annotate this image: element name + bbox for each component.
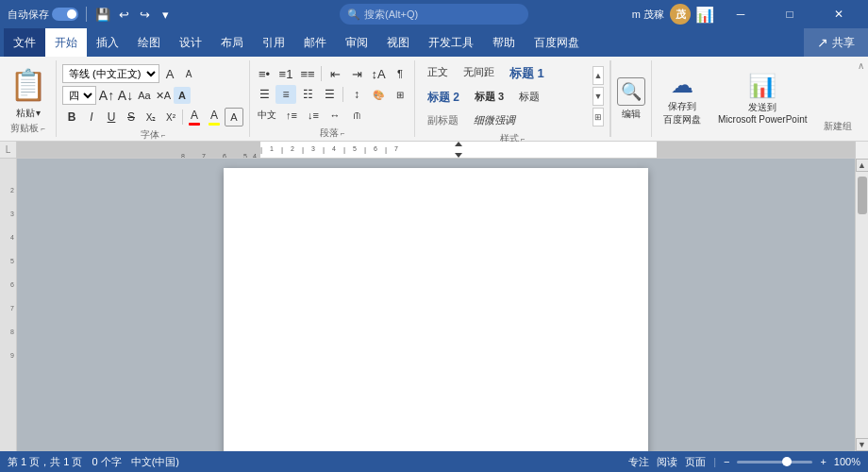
redo-icon[interactable]: ↪ (136, 6, 153, 23)
vertical-scrollbar[interactable]: ▲ ▼ (855, 159, 868, 451)
align-right-btn[interactable]: ☷ (297, 85, 318, 104)
menu-baidu[interactable]: 百度网盘 (525, 28, 589, 57)
save-icon[interactable]: 💾 (94, 6, 111, 23)
autosave-control[interactable]: 自动保存 (8, 8, 78, 22)
undo-icon[interactable]: ↩ (115, 6, 132, 23)
scroll-thumb[interactable] (858, 177, 867, 214)
clipboard-expand-icon[interactable]: ⌐ (41, 125, 45, 133)
styles-expand[interactable]: ⊞ (593, 108, 604, 126)
document-page[interactable] (224, 168, 648, 451)
menu-home[interactable]: 开始 (45, 28, 87, 57)
align-left-btn[interactable]: ☰ (254, 85, 275, 104)
bold-button[interactable]: B (62, 108, 81, 126)
word-count[interactable]: 0 个字 (92, 455, 121, 469)
bullet-list-btn[interactable]: ≡• (254, 64, 275, 83)
scroll-track[interactable] (856, 172, 869, 438)
justify-btn[interactable]: ☰ (319, 85, 340, 104)
para-spacing-decrease[interactable]: ↑≡ (281, 106, 302, 125)
save-to-baidu-btn[interactable]: ☁ 保存到 百度网盘 (658, 70, 707, 128)
style-no-spacing[interactable]: 无间距 (457, 62, 501, 85)
strikethrough-button[interactable]: S (122, 108, 141, 126)
menu-design[interactable]: 设计 (170, 28, 211, 57)
paragraph-expand-icon[interactable]: ⌐ (341, 129, 345, 138)
columns-btn[interactable]: ⫙ (346, 106, 367, 125)
style-normal[interactable]: 正文 (421, 62, 455, 85)
style-emphasis[interactable]: 细微强调 (467, 110, 522, 130)
search-box[interactable]: 🔍 搜索(Alt+Q) (340, 4, 528, 25)
style-h1[interactable]: 标题 1 (503, 62, 551, 85)
sort-btn[interactable]: ↕A (368, 64, 389, 83)
more-tools-icon[interactable]: ▾ (157, 6, 174, 23)
menu-file[interactable]: 文件 (4, 28, 45, 57)
line-spacing-btn[interactable]: ↕ (346, 85, 367, 104)
subscript-button[interactable]: X₂ (142, 108, 160, 126)
numbered-list-btn[interactable]: ≡1 (275, 64, 296, 83)
font-size-select[interactable]: 四号 小四 三号 (62, 86, 96, 105)
zoom-out-btn[interactable]: − (724, 456, 729, 467)
menu-references[interactable]: 引用 (253, 28, 294, 57)
increase-indent-btn[interactable]: ⇥ (346, 64, 367, 83)
show-marks-btn[interactable]: ¶ (390, 64, 410, 83)
menu-insert[interactable]: 插入 (87, 28, 128, 57)
style-subtitle[interactable]: 副标题 (421, 110, 465, 130)
multilevel-list-btn[interactable]: ≡≡ (297, 64, 318, 83)
shading-btn[interactable]: 🎨 (368, 85, 389, 104)
align-center-btn[interactable]: ≡ (275, 85, 296, 104)
scroll-up-btn[interactable]: ▲ (856, 159, 869, 172)
font-aa-btn[interactable]: Aa (136, 87, 153, 104)
ruler-corner[interactable]: L (0, 142, 17, 159)
text-direction-btn[interactable]: ↔ (325, 106, 345, 125)
highlight-button[interactable]: A (205, 108, 224, 126)
menu-layout[interactable]: 布局 (211, 28, 253, 57)
user-avatar[interactable]: 茂 (670, 4, 691, 25)
underline-button[interactable]: U (102, 108, 121, 126)
styles-scroll-up[interactable]: ▲ (593, 66, 604, 85)
font-color-button[interactable]: A (185, 108, 204, 126)
char-border-button[interactable]: A (225, 108, 243, 126)
close-button[interactable]: ✕ (817, 0, 860, 28)
styles-scroll-down[interactable]: ▼ (593, 87, 604, 106)
maximize-button[interactable]: □ (768, 0, 811, 28)
font-expand-icon[interactable]: ⌐ (161, 131, 166, 140)
italic-button[interactable]: I (82, 108, 101, 126)
font-decrease-btn[interactable]: A↓ (117, 87, 134, 104)
horizontal-ruler[interactable]: | 1 | 2 | 3 | 4 | 5 | 6 | 7 8 (17, 142, 855, 159)
focus-mode-btn[interactable]: 专注 (628, 455, 649, 469)
share-button[interactable]: ↗ 共享 (804, 28, 868, 57)
style-h3[interactable]: 标题 3 (468, 87, 510, 109)
language-indicator[interactable]: 中文(中国) (131, 455, 179, 469)
minimize-button[interactable]: ─ (719, 0, 762, 28)
autosave-toggle[interactable] (52, 8, 78, 21)
ribbon-collapse-btn[interactable]: ∧ (858, 60, 864, 71)
print-mode-btn[interactable]: 页面 (685, 455, 706, 469)
paste-dropdown[interactable]: 粘贴 ▾ (16, 107, 41, 120)
style-h4[interactable]: 标题 (512, 87, 546, 109)
scroll-down-btn[interactable]: ▼ (856, 438, 869, 451)
page-info[interactable]: 第 1 页，共 1 页 (8, 455, 82, 469)
read-mode-btn[interactable]: 阅读 (657, 455, 677, 469)
font-family-select[interactable]: 等线 (中文正文) (62, 64, 159, 83)
decrease-indent-btn[interactable]: ⇤ (325, 64, 345, 83)
font-size-increase-icon[interactable]: A (180, 65, 197, 82)
ribbon-search-btn[interactable]: 🔍 编辑 (617, 77, 645, 121)
font-increase-btn[interactable]: A↑ (98, 87, 115, 104)
feedback-icon[interactable]: 📊 (696, 6, 713, 23)
zoom-percent[interactable]: 100% (834, 456, 860, 467)
menu-mailings[interactable]: 邮件 (294, 28, 336, 57)
document-area[interactable] (17, 159, 855, 451)
menu-draw[interactable]: 绘图 (128, 28, 170, 57)
zoom-slider[interactable] (737, 461, 812, 464)
menu-developer[interactable]: 开发工具 (419, 28, 483, 57)
menu-help[interactable]: 帮助 (483, 28, 525, 57)
chinese-layout-btn[interactable]: 中文 (254, 106, 280, 125)
style-h2[interactable]: 标题 2 (421, 87, 466, 109)
zoom-in-btn[interactable]: + (820, 456, 826, 467)
zoom-slider-thumb[interactable] (782, 457, 792, 466)
superscript-button[interactable]: X² (161, 108, 180, 126)
menu-review[interactable]: 审阅 (336, 28, 377, 57)
menu-view[interactable]: 视图 (377, 28, 419, 57)
borders-btn[interactable]: ⊞ (390, 85, 410, 104)
font-size-decrease-icon[interactable]: A (161, 65, 178, 82)
clear-format-btn[interactable]: ✕A (155, 87, 172, 104)
send-to-ppt-btn[interactable]: 📊 发送到 Microsoft PowerPoint (712, 71, 812, 126)
